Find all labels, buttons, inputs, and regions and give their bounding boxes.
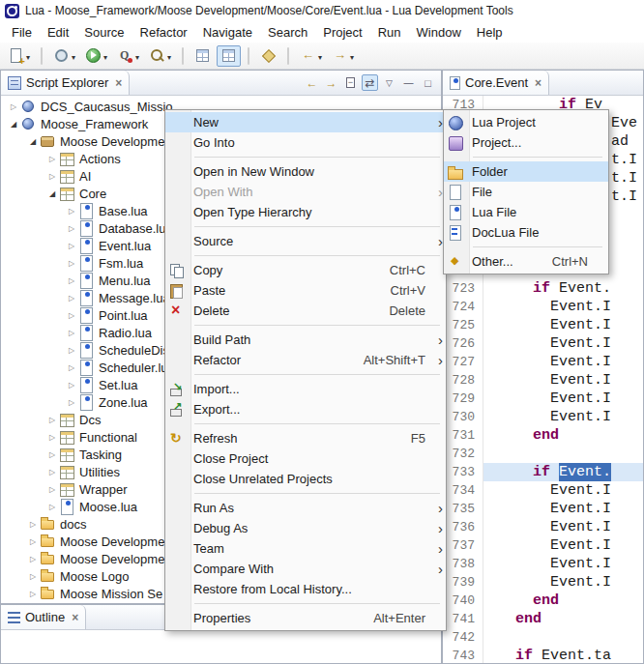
expand-arrow-icon[interactable] [45,433,59,442]
dropdown-caret-icon[interactable] [102,48,107,63]
menubar-item[interactable]: Search [260,23,315,42]
menu-item[interactable]: Source [165,231,446,251]
menubar-item[interactable]: Edit [40,23,76,42]
dropdown-caret-icon[interactable] [70,48,75,63]
menu-item[interactable] [444,153,608,161]
menubar-item[interactable]: Source [76,23,132,42]
expand-arrow-icon[interactable] [65,398,78,407]
view-toolbar-icon[interactable] [400,74,417,91]
toolbar-button[interactable] [145,45,175,67]
menu-item[interactable]: Open Type Hierarchy [165,202,446,222]
dropdown-caret-icon[interactable] [348,48,354,63]
toolbar-button[interactable] [328,45,358,67]
menu-item[interactable] [165,153,446,161]
dropdown-caret-icon[interactable] [316,48,322,63]
toolbar-button[interactable] [81,45,111,67]
expand-arrow-icon[interactable] [65,294,78,303]
code-line[interactable]: 737 Event.I [443,536,643,555]
expand-arrow-icon[interactable] [65,363,78,372]
code-line[interactable]: 725 Event.I [443,316,643,334]
menu-item[interactable]: Other... Ctrl+N [444,251,608,272]
menu-item[interactable]: Team [165,538,446,559]
code-line[interactable]: 723 if Event. [443,279,643,298]
expand-arrow-icon[interactable] [45,485,59,494]
view-toolbar-icon[interactable] [323,74,339,91]
code-line[interactable]: 742 [443,628,643,647]
menu-item[interactable]: DocLua File [444,222,608,243]
code-line[interactable]: 727 Event.I [443,353,643,371]
expand-arrow-icon[interactable] [26,537,40,546]
code-line[interactable]: 740 end [443,592,643,610]
menu-item[interactable]: File [444,182,608,202]
code-line[interactable]: 738 Event.I [443,555,643,573]
expand-arrow-icon[interactable] [26,555,40,563]
toolbar-button[interactable] [217,45,241,67]
code-line[interactable]: 733 if Event. [443,463,643,481]
menu-item[interactable]: New [165,112,446,132]
dropdown-caret-icon[interactable] [165,48,171,63]
code-line[interactable]: 729 Event.I [443,390,643,408]
toolbar-button[interactable] [248,47,249,65]
menu-item[interactable]: Lua File [444,202,608,222]
menu-item[interactable]: Delete Delete [165,301,446,321]
expand-arrow-icon[interactable] [65,346,78,355]
menu-item[interactable]: Open With [165,182,446,202]
menu-item[interactable] [165,222,446,231]
menu-item[interactable]: Copy Ctrl+C [165,260,446,280]
menu-item[interactable]: Build Path [165,330,446,350]
menu-item[interactable]: Open in New Window [165,161,446,182]
close-icon[interactable]: × [72,611,78,624]
toolbar-button[interactable] [190,45,215,67]
expand-arrow-icon[interactable] [45,503,59,511]
menu-item[interactable] [165,370,446,379]
expand-arrow-icon[interactable] [7,120,20,129]
code-line[interactable]: 730 Event.I [443,408,643,426]
code-line[interactable]: 739 Event.I [443,573,643,592]
menu-item[interactable] [444,243,608,251]
code-line[interactable]: 736 Event.I [443,518,643,536]
menu-item[interactable]: Import... [165,379,446,399]
view-toolbar-icon[interactable] [362,74,378,91]
toolbar-button[interactable] [49,45,79,67]
expand-arrow-icon[interactable] [45,468,59,476]
menu-item[interactable]: Close Project [165,448,446,469]
toolbar-button[interactable] [287,47,289,65]
code-line[interactable]: 724 Event.I [443,298,643,316]
code-line[interactable]: 732 [443,445,643,463]
code-line[interactable]: 731 end [443,426,643,445]
menu-item[interactable]: Export... [165,399,446,419]
view-toolbar-icon[interactable] [342,74,359,91]
menubar-item[interactable]: Project [315,23,369,42]
menubar-item[interactable]: Window [409,23,469,42]
menu-item[interactable]: Close Unrelated Projects [165,469,446,489]
toolbar-button[interactable] [4,45,34,67]
toolbar-button[interactable] [182,47,184,65]
view-toolbar-icon[interactable] [381,74,397,91]
expand-arrow-icon[interactable] [45,416,59,424]
menu-item[interactable]: Compare With [165,559,446,579]
menu-item[interactable]: Refresh F5 [165,428,446,448]
toolbar-button[interactable] [296,45,326,67]
menu-item[interactable] [165,419,446,428]
menu-item[interactable] [165,321,446,330]
menu-item[interactable]: Debug As [165,518,446,538]
menu-item[interactable]: Folder [444,161,608,182]
menubar-item[interactable]: Refactor [132,23,195,42]
expand-arrow-icon[interactable] [65,242,78,250]
expand-arrow-icon[interactable] [65,276,78,285]
toolbar-button[interactable] [41,47,43,65]
menu-item[interactable] [165,489,446,498]
code-line[interactable]: 741 end [443,610,643,628]
expand-arrow-icon[interactable] [65,381,78,390]
code-line[interactable]: 743 if Event.ta [443,647,643,663]
view-toolbar-icon[interactable] [420,74,436,91]
menubar-item[interactable]: Help [469,23,511,42]
menu-item[interactable]: Properties Alt+Enter [165,608,446,628]
menu-item[interactable]: Paste Ctrl+V [165,280,446,301]
menu-item[interactable] [165,599,446,608]
expand-arrow-icon[interactable] [7,102,20,111]
editor-tab[interactable]: Core.Event × [443,71,549,95]
expand-arrow-icon[interactable] [45,172,59,181]
toolbar-button[interactable] [256,45,280,67]
expand-arrow-icon[interactable] [26,520,40,529]
